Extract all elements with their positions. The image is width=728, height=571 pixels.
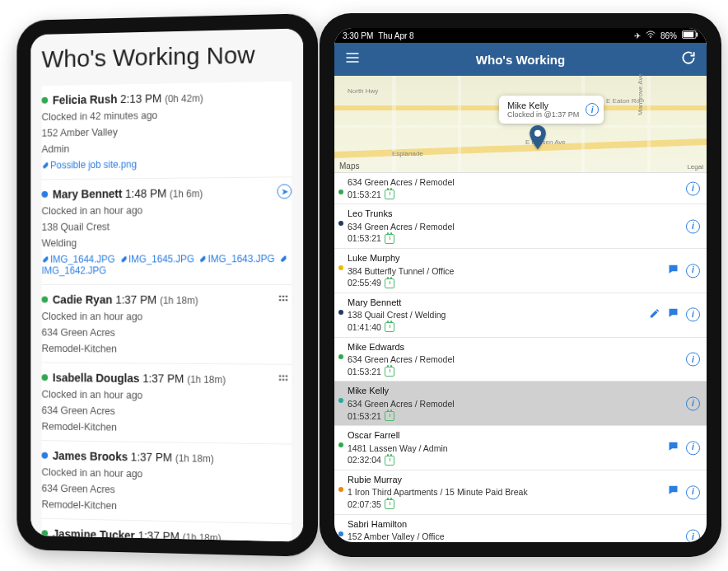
duration: (1h 18m)	[187, 374, 226, 386]
info-icon[interactable]: i	[686, 308, 700, 322]
locate-icon[interactable]: ➤	[277, 184, 292, 199]
chat-icon[interactable]	[667, 307, 679, 323]
worker-row[interactable]: Luke Murphy384 Butterfly Tunnel / Office…	[334, 249, 707, 293]
card-header: Isabella Douglas 1:37 PM (1h 18m)	[42, 371, 292, 386]
battery-percent: 86%	[660, 31, 677, 40]
worker-name: Jasmine Tucker	[53, 527, 138, 542]
worker-timer: 01:41:40	[348, 321, 700, 334]
worker-row[interactable]: Oscar Farrell1481 Lassen Way / Admin02:3…	[334, 426, 707, 470]
info-icon[interactable]: i	[686, 530, 700, 542]
clock-icon	[385, 190, 394, 199]
status-dot-icon	[338, 487, 343, 492]
worker-name: Felicia Rush	[53, 92, 120, 106]
attachment-link[interactable]: IMG_1645.JPG	[119, 253, 194, 264]
location: 138 Quail Crest	[42, 220, 292, 232]
duration: (0h 42m)	[165, 92, 203, 105]
info-icon[interactable]: i	[686, 353, 700, 367]
pencil-icon[interactable]	[649, 307, 660, 322]
map[interactable]: North Hwy E Eaton Rd E Lassen Ave Esplan…	[334, 76, 707, 173]
info-icon[interactable]: i	[686, 219, 700, 233]
svg-rect-2	[684, 32, 694, 38]
worker-name: Mike Kelly	[348, 385, 700, 397]
worker-name: Cadie Ryan	[53, 293, 115, 307]
chat-icon[interactable]	[667, 484, 679, 500]
worker-row[interactable]: 634 Green Acres / Remodel01:53:21i	[334, 173, 707, 204]
screen-right: 3:30 PM Thu Apr 8 ✈ 86% Who's Working	[334, 28, 707, 542]
map-label: E Eaton Rd	[606, 97, 640, 105]
map-callout[interactable]: Mike Kelly Clocked in @1:37 PM i	[499, 96, 604, 124]
app-bar: Who's Working	[334, 43, 707, 76]
worker-location: 634 Green Acres / Remodel	[348, 221, 700, 233]
clock-in-time: 2:13 PM	[120, 91, 165, 105]
clock-icon	[385, 234, 394, 244]
svg-point-4	[534, 130, 541, 137]
clock-icon	[385, 456, 394, 466]
row-actions: i	[686, 219, 700, 233]
row-actions: i	[686, 530, 700, 542]
refresh-button[interactable]	[680, 49, 697, 69]
callout-name: Mike Kelly	[507, 101, 579, 110]
worker-name: Mary Bennett	[348, 297, 700, 309]
worker-timer: 01:53:21	[348, 410, 700, 423]
info-icon[interactable]: i	[686, 264, 700, 278]
attachment-link[interactable]: IMG_1644.JPG	[42, 254, 115, 265]
map-pin-icon[interactable]	[529, 125, 547, 153]
info-icon[interactable]: i	[686, 441, 700, 455]
clocked-in-ago: Clocked in 42 minutes ago	[42, 108, 292, 124]
worker-location: 384 Butterfly Tunnel / Office	[348, 265, 700, 278]
status-dot-icon	[338, 310, 343, 315]
worker-name: Sabri Hamilton	[348, 518, 700, 531]
tablet-left: Who's Working Now Felicia Rush 2:13 PM (…	[16, 13, 318, 557]
worker-location: 634 Green Acres / Remodel	[348, 176, 700, 189]
worker-card[interactable]: Cadie Ryan 1:37 PM (1h 18m)Clocked in an…	[42, 284, 292, 364]
info-icon[interactable]: i	[686, 181, 700, 195]
row-actions: i	[667, 263, 700, 278]
attachments: IMG_1644.JPGIMG_1645.JPGIMG_1643.JPGIMG_…	[42, 253, 292, 276]
row-actions: i	[686, 353, 700, 367]
worker-row[interactable]: Mike Edwards634 Green Acres / Remodel01:…	[334, 338, 707, 382]
menu-button[interactable]	[344, 49, 361, 69]
worker-card[interactable]: Mary Bennett 1:48 PM (1h 6m)Clocked in a…	[42, 176, 292, 284]
group-icon[interactable]	[277, 372, 290, 388]
worker-location: 634 Green Acres / Remodel	[348, 398, 700, 410]
worker-row[interactable]: Leo Trunks634 Green Acres / Remodel01:53…	[334, 204, 707, 249]
clocked-in-ago: Clocked in an hour ago	[42, 311, 292, 323]
map-legal[interactable]: Legal	[687, 163, 703, 171]
worker-name: Mike Edwards	[348, 341, 700, 353]
clock-icon	[385, 411, 394, 421]
worker-row[interactable]: Mary Bennett138 Quail Crest / Welding01:…	[334, 293, 707, 338]
worker-timer: 02:55:49	[348, 277, 700, 289]
attachment-link[interactable]: IMG_1643.JPG	[199, 253, 275, 264]
status-dot-icon	[338, 531, 343, 536]
location: 152 Amber Valley	[42, 124, 292, 138]
worker-name: Leo Trunks	[348, 208, 700, 220]
group-icon[interactable]	[277, 292, 290, 308]
chat-icon[interactable]	[667, 263, 679, 278]
duration: (1h 18m)	[160, 295, 198, 307]
card-header: Jasmine Tucker 1:37 PM (1h 18m)	[42, 527, 292, 541]
duration: (1h 6m)	[170, 188, 203, 199]
attachment-link[interactable]: Possible job site.png	[42, 159, 137, 171]
clock-icon	[385, 278, 394, 288]
info-icon[interactable]: i	[686, 485, 700, 499]
worker-list[interactable]: 634 Green Acres / Remodel01:53:21iLeo Tr…	[334, 173, 707, 542]
worker-row[interactable]: Mike Kelly634 Green Acres / Remodel01:53…	[334, 381, 707, 426]
clock-in-time: 1:48 PM	[125, 187, 170, 200]
chat-icon[interactable]	[667, 440, 679, 456]
worker-card[interactable]: Felicia Rush 2:13 PM (0h 42m)Clocked in …	[42, 82, 292, 180]
worker-card[interactable]: James Brooks 1:37 PM (1h 18m)Clocked in …	[42, 440, 292, 523]
worker-row[interactable]: Rubie Murray1 Iron Third Apartments / 15…	[334, 470, 707, 515]
location: 634 Green Acres	[42, 327, 292, 339]
info-icon[interactable]: i	[686, 396, 700, 410]
screen-left: Who's Working Now Felicia Rush 2:13 PM (…	[30, 28, 303, 541]
map-label: Mangrove Ave	[637, 73, 644, 115]
wifi-icon	[646, 30, 656, 40]
worker-card[interactable]: Isabella Douglas 1:37 PM (1h 18m)Clocked…	[42, 363, 292, 444]
worker-name: Isabella Douglas	[53, 371, 142, 385]
clock-in-time: 1:37 PM	[142, 372, 187, 385]
worker-row[interactable]: Sabri Hamilton152 Amber Valley / Office0…	[334, 515, 707, 542]
page-title: Who's Working Now	[42, 40, 292, 73]
worker-timer: 01:53:21	[348, 232, 700, 245]
info-icon[interactable]: i	[586, 103, 599, 116]
worker-timer: 01:53:21	[348, 366, 700, 378]
